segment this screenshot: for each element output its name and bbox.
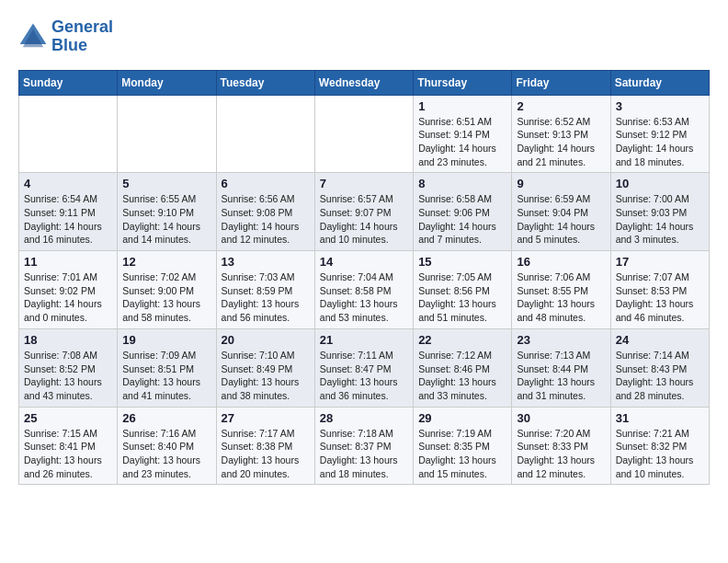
day-info: Sunrise: 7:20 AM Sunset: 8:33 PM Dayligh…: [517, 427, 605, 481]
day-number: 5: [122, 177, 210, 190]
day-info: Sunrise: 6:56 AM Sunset: 9:08 PM Dayligh…: [222, 192, 310, 247]
day-info: Sunrise: 7:00 AM Sunset: 9:03 PM Dayligh…: [616, 192, 704, 247]
day-number: 23: [517, 333, 605, 347]
calendar-cell: 4Sunrise: 6:54 AM Sunset: 9:11 PM Daylig…: [19, 173, 118, 251]
day-info: Sunrise: 7:08 AM Sunset: 8:52 PM Dayligh…: [24, 349, 112, 403]
day-number: 20: [222, 333, 310, 347]
calendar-cell: [19, 95, 118, 173]
weekday-header: Sunday: [19, 70, 118, 95]
weekday-header: Tuesday: [216, 70, 314, 95]
calendar-cell: [314, 95, 413, 173]
day-info: Sunrise: 7:02 AM Sunset: 9:00 PM Dayligh…: [122, 270, 210, 325]
day-info: Sunrise: 7:03 AM Sunset: 8:59 PM Dayligh…: [222, 270, 310, 325]
calendar-week-row: 11Sunrise: 7:01 AM Sunset: 9:02 PM Dayli…: [19, 251, 710, 329]
calendar-cell: 21Sunrise: 7:11 AM Sunset: 8:47 PM Dayli…: [314, 328, 413, 407]
weekday-header: Thursday: [414, 70, 512, 95]
day-info: Sunrise: 7:15 AM Sunset: 8:41 PM Dayligh…: [24, 427, 112, 481]
calendar-cell: 22Sunrise: 7:12 AM Sunset: 8:46 PM Dayli…: [414, 328, 512, 407]
day-number: 31: [616, 411, 704, 425]
day-number: 12: [122, 255, 210, 269]
day-info: Sunrise: 6:54 AM Sunset: 9:11 PM Dayligh…: [24, 192, 112, 247]
day-number: 14: [320, 255, 408, 269]
day-number: 15: [418, 255, 506, 269]
calendar-cell: 17Sunrise: 7:07 AM Sunset: 8:53 PM Dayli…: [610, 251, 709, 329]
day-number: 10: [616, 177, 704, 190]
calendar-week-row: 18Sunrise: 7:08 AM Sunset: 8:52 PM Dayli…: [19, 328, 710, 407]
calendar-cell: 12Sunrise: 7:02 AM Sunset: 9:00 PM Dayli…: [118, 251, 216, 329]
day-info: Sunrise: 7:07 AM Sunset: 8:53 PM Dayligh…: [616, 270, 704, 325]
day-number: 7: [320, 177, 408, 190]
day-info: Sunrise: 7:11 AM Sunset: 8:47 PM Dayligh…: [320, 349, 408, 403]
day-number: 21: [320, 333, 408, 347]
calendar-cell: 16Sunrise: 7:06 AM Sunset: 8:55 PM Dayli…: [512, 251, 610, 329]
calendar-cell: 29Sunrise: 7:19 AM Sunset: 8:35 PM Dayli…: [414, 407, 512, 485]
day-number: 19: [122, 333, 210, 347]
day-number: 22: [418, 333, 506, 347]
day-number: 18: [24, 333, 112, 347]
calendar-header: SundayMondayTuesdayWednesdayThursdayFrid…: [19, 70, 710, 95]
day-number: 29: [418, 411, 506, 425]
calendar-cell: 30Sunrise: 7:20 AM Sunset: 8:33 PM Dayli…: [512, 407, 610, 485]
day-number: 16: [517, 255, 605, 269]
day-number: 24: [616, 333, 704, 347]
day-info: Sunrise: 7:09 AM Sunset: 8:51 PM Dayligh…: [122, 349, 210, 403]
weekday-header: Saturday: [610, 70, 709, 95]
day-info: Sunrise: 7:05 AM Sunset: 8:56 PM Dayligh…: [418, 270, 506, 325]
calendar-cell: 23Sunrise: 7:13 AM Sunset: 8:44 PM Dayli…: [512, 328, 610, 407]
day-number: 28: [320, 411, 408, 425]
day-number: 11: [24, 255, 112, 269]
day-info: Sunrise: 7:21 AM Sunset: 8:32 PM Dayligh…: [616, 427, 704, 481]
calendar-week-row: 25Sunrise: 7:15 AM Sunset: 8:41 PM Dayli…: [19, 407, 710, 485]
day-number: 26: [122, 411, 210, 425]
calendar-cell: 18Sunrise: 7:08 AM Sunset: 8:52 PM Dayli…: [19, 328, 118, 407]
day-number: 2: [517, 99, 605, 113]
weekday-header: Wednesday: [314, 70, 413, 95]
day-info: Sunrise: 7:06 AM Sunset: 8:55 PM Dayligh…: [517, 270, 605, 325]
calendar-cell: 10Sunrise: 7:00 AM Sunset: 9:03 PM Dayli…: [610, 173, 709, 251]
logo-icon: [18, 22, 48, 52]
calendar-cell: 26Sunrise: 7:16 AM Sunset: 8:40 PM Dayli…: [118, 407, 216, 485]
day-info: Sunrise: 6:52 AM Sunset: 9:13 PM Dayligh…: [517, 115, 605, 169]
day-info: Sunrise: 7:12 AM Sunset: 8:46 PM Dayligh…: [418, 349, 506, 403]
day-info: Sunrise: 6:58 AM Sunset: 9:06 PM Dayligh…: [418, 192, 506, 247]
day-number: 1: [418, 99, 506, 113]
day-info: Sunrise: 6:51 AM Sunset: 9:14 PM Dayligh…: [418, 115, 506, 169]
calendar-cell: 28Sunrise: 7:18 AM Sunset: 8:37 PM Dayli…: [314, 407, 413, 485]
day-number: 3: [616, 99, 704, 113]
day-number: 6: [222, 177, 310, 190]
logo-text: General Blue: [51, 18, 113, 55]
calendar-cell: 24Sunrise: 7:14 AM Sunset: 8:43 PM Dayli…: [610, 328, 709, 407]
day-info: Sunrise: 7:01 AM Sunset: 9:02 PM Dayligh…: [24, 270, 112, 325]
calendar-cell: 20Sunrise: 7:10 AM Sunset: 8:49 PM Dayli…: [216, 328, 314, 407]
calendar-cell: 1Sunrise: 6:51 AM Sunset: 9:14 PM Daylig…: [414, 95, 512, 173]
day-number: 13: [222, 255, 310, 269]
day-info: Sunrise: 7:14 AM Sunset: 8:43 PM Dayligh…: [616, 349, 704, 403]
calendar-cell: 7Sunrise: 6:57 AM Sunset: 9:07 PM Daylig…: [314, 173, 413, 251]
calendar-body: 1Sunrise: 6:51 AM Sunset: 9:14 PM Daylig…: [19, 95, 710, 485]
day-number: 4: [24, 177, 112, 190]
day-number: 27: [222, 411, 310, 425]
day-number: 30: [517, 411, 605, 425]
day-info: Sunrise: 7:13 AM Sunset: 8:44 PM Dayligh…: [517, 349, 605, 403]
day-info: Sunrise: 7:10 AM Sunset: 8:49 PM Dayligh…: [222, 349, 310, 403]
calendar-cell: 27Sunrise: 7:17 AM Sunset: 8:38 PM Dayli…: [216, 407, 314, 485]
day-number: 25: [24, 411, 112, 425]
calendar-cell: [216, 95, 314, 173]
day-info: Sunrise: 6:59 AM Sunset: 9:04 PM Dayligh…: [517, 192, 605, 247]
weekday-header: Friday: [512, 70, 610, 95]
day-info: Sunrise: 7:18 AM Sunset: 8:37 PM Dayligh…: [320, 427, 408, 481]
calendar-cell: 31Sunrise: 7:21 AM Sunset: 8:32 PM Dayli…: [610, 407, 709, 485]
calendar-cell: 11Sunrise: 7:01 AM Sunset: 9:02 PM Dayli…: [19, 251, 118, 329]
day-info: Sunrise: 7:19 AM Sunset: 8:35 PM Dayligh…: [418, 427, 506, 481]
calendar-cell: 8Sunrise: 6:58 AM Sunset: 9:06 PM Daylig…: [414, 173, 512, 251]
page-header: General Blue: [18, 18, 710, 55]
calendar-cell: 2Sunrise: 6:52 AM Sunset: 9:13 PM Daylig…: [512, 95, 610, 173]
calendar-table: SundayMondayTuesdayWednesdayThursdayFrid…: [18, 70, 710, 486]
logo: General Blue: [18, 18, 113, 55]
calendar-cell: 5Sunrise: 6:55 AM Sunset: 9:10 PM Daylig…: [118, 173, 216, 251]
calendar-cell: 15Sunrise: 7:05 AM Sunset: 8:56 PM Dayli…: [414, 251, 512, 329]
calendar-cell: 25Sunrise: 7:15 AM Sunset: 8:41 PM Dayli…: [19, 407, 118, 485]
calendar-cell: 3Sunrise: 6:53 AM Sunset: 9:12 PM Daylig…: [610, 95, 709, 173]
day-number: 17: [616, 255, 704, 269]
day-info: Sunrise: 6:53 AM Sunset: 9:12 PM Dayligh…: [616, 115, 704, 169]
